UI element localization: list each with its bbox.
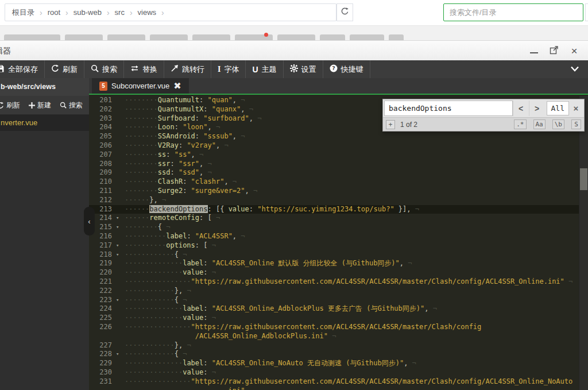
line-number[interactable]: 224 [89,304,114,314]
file-tab-label: Subconverter.vue [111,82,169,90]
find-expand-button[interactable]: + [386,120,395,129]
line-number[interactable]: 229 [89,359,114,368]
line-number[interactable]: 211 [89,187,114,196]
in-selection-toggle[interactable]: S [571,119,581,129]
line-number[interactable]: 226 [89,323,114,332]
line-number[interactable]: 227 [89,341,114,350]
tab-close-icon[interactable]: ✖ [173,82,181,91]
whole-word-toggle[interactable]: \b [552,119,564,129]
background-tab[interactable] [277,34,315,40]
toolbar-collapse-button[interactable] [562,60,588,78]
code-text: ········Loon: "loon", ¬ [125,123,220,132]
line-number[interactable]: 204 [89,123,114,132]
line-number[interactable]: 207 [89,150,114,160]
refresh-directory-button[interactable] [336,3,353,21]
search-button[interactable]: 搜索 [84,60,124,78]
background-tab[interactable] [192,34,230,40]
sidebar-new-button[interactable]: 新建 [29,101,51,110]
line-number[interactable] [89,387,114,390]
code-text: ··············label: "ACL4SSR_Online 默认版… [125,259,412,268]
line-number[interactable]: 208 [89,160,114,169]
line-number[interactable]: 212 [89,196,114,205]
fold-arrow[interactable]: ▾ [114,223,125,232]
find-input[interactable] [384,101,513,116]
clipped-search-addon[interactable] [585,3,588,21]
code-text: ········ClashR: "clashr", ¬ [125,177,237,187]
regex-toggle[interactable]: .* [514,119,526,129]
line-number[interactable]: 220 [89,268,114,277]
fold-arrow[interactable]: ▾ [114,350,125,359]
fold-arrow[interactable]: ▾ [114,214,125,223]
background-tab[interactable] [4,34,60,40]
theme-button[interactable]: U 主题 [246,60,283,78]
background-tab[interactable] [350,34,384,40]
background-tab[interactable] [150,34,188,40]
background-tab[interactable] [320,34,345,40]
find-prev-button[interactable]: < [513,101,529,116]
line-number[interactable]: 202 [89,105,114,114]
line-number[interactable]: 203 [89,114,114,123]
close-window-button[interactable]: × [568,45,580,57]
line-number[interactable]: 205 [89,132,114,141]
line-number[interactable]: 222 [89,287,114,296]
code-text: ······remoteConfig: [ ¬ [125,214,220,223]
breadcrumb-item[interactable]: src [115,8,125,17]
line-number[interactable]: 206 [89,141,114,150]
line-number[interactable]: 223 [89,296,114,305]
font-button[interactable]: I 字体 [211,60,246,78]
line-number[interactable]: 228 [89,350,114,359]
shortcuts-button[interactable]: ? 快捷键 [323,60,370,78]
background-tab[interactable] [389,34,404,40]
background-tab[interactable] [65,34,103,40]
background-tab[interactable] [235,34,273,40]
refresh-button[interactable]: 刷新 [45,60,84,78]
case-sensitive-toggle[interactable]: Aa [533,119,546,129]
code-text: ··········label: "ACL4SSR", ¬ [125,232,245,241]
code-line: /ACL4SSR_Online_AdblockPlus.ini" ¬ [89,332,588,341]
sidebar-refresh-button[interactable]: 刷新 [0,101,20,110]
code-line: 220··············value: ¬ [89,268,588,277]
line-number[interactable]: 218 [89,250,114,260]
maximize-button[interactable] [548,45,560,57]
line-number[interactable]: 231 [89,377,114,387]
breadcrumb-item[interactable]: sub-web [74,8,102,17]
settings-button[interactable]: 设置 [284,60,323,78]
breadcrumb-item[interactable]: 根目录 [12,7,34,18]
line-number[interactable]: 217 [89,241,114,250]
minimize-button[interactable] [528,45,540,57]
code-text: ········ssd: "ssd", ¬ [125,168,212,177]
breadcrumb-item[interactable]: views [138,8,157,17]
line-number[interactable]: 201 [89,96,114,105]
sidebar-search-button[interactable]: 搜索 [60,101,83,110]
sidebar-path: b-web/src/views [0,78,89,96]
button-label: 字体 [224,64,239,75]
line-number[interactable]: 225 [89,314,114,323]
search-icon [60,102,67,109]
find-close-button[interactable]: × [569,103,583,113]
file-tab[interactable]: 5 Subconverter.vue ✖ [92,78,189,94]
breadcrumb-item[interactable]: root [48,8,60,17]
save-all-button[interactable]: 全部保存 [0,60,45,78]
background-tab[interactable] [107,34,145,40]
fold-arrow [114,105,125,114]
file-search-input[interactable] [443,3,583,21]
file-item-selected[interactable]: nverter.vue [0,115,89,131]
scrollbar-thumb[interactable] [580,168,587,190]
find-next-button[interactable]: > [529,101,545,116]
find-all-button[interactable]: All [547,101,569,115]
fold-arrow[interactable]: ▾ [114,296,125,305]
code-text: ············}, ¬ [125,341,191,350]
goto-line-button[interactable]: 跳转行 [164,60,211,78]
line-number[interactable]: 209 [89,168,114,177]
line-number[interactable]: 210 [89,177,114,187]
fold-arrow[interactable]: ▾ [114,250,125,260]
sidebar-collapse-handle[interactable]: ‹ [84,207,95,235]
line-number[interactable]: 219 [89,259,114,268]
line-number[interactable]: 230 [89,368,114,377]
fold-arrow [114,150,125,160]
line-number[interactable] [89,332,114,341]
fold-arrow[interactable]: ▾ [114,241,125,250]
replace-button[interactable]: 替换 [124,60,164,78]
code-text: ········Surge2: "surge&ver=2", ¬ [125,187,257,196]
line-number[interactable]: 221 [89,277,114,287]
